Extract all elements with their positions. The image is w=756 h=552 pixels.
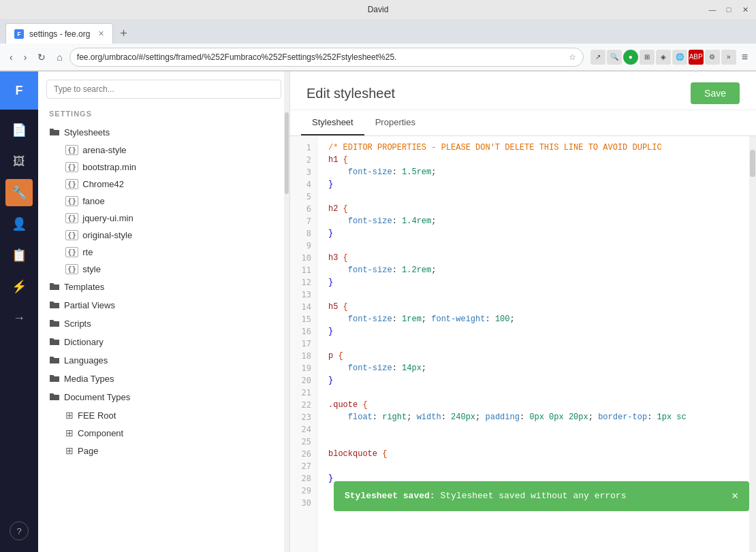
ext-btn-abp[interactable]: ABP [689,50,704,65]
code-selector-quote: .quote [328,399,358,411]
reload-button[interactable]: ↻ [33,49,50,65]
grid-icon-fee-root: ⊞ [65,410,74,421]
browser-menu-button[interactable]: ≡ [739,50,751,65]
arena-style-label: arena-style [82,145,126,155]
ext-btn-1[interactable]: ↗ [590,50,605,65]
icon-nav: 📄 🖼 🔧 👤 📋 ⚡ → [5,110,33,515]
component-label: Component [78,428,123,438]
editor-scrollthumb [750,150,755,177]
tab-close-button[interactable]: ✕ [98,29,104,38]
code-line-4: } [328,178,738,191]
line-num-10: 10 [290,252,317,264]
tree-item-media-types[interactable]: Media Types [38,370,289,388]
style-label: style [82,264,101,274]
tree-item-arena-style[interactable]: {} arena-style [54,142,289,159]
ext-btn-5[interactable]: ◈ [656,50,671,65]
code-line-21 [328,387,738,399]
line-num-30: 30 [290,497,317,509]
tree-item-stylesheets[interactable]: Stylesheets [38,123,289,142]
code-line-15: font-size: 1rem; font-weight: 100; [328,313,738,325]
page-label: Page [78,446,98,456]
tree-scrollbar[interactable] [284,71,289,552]
tab-label: settings - fee.org [29,29,90,39]
tree-item-partial-views[interactable]: Partial Views [38,296,289,314]
close-button[interactable]: ✕ [740,4,751,15]
tree-content: Stylesheets {} arena-style {} bootstrap.… [38,123,289,552]
back-button[interactable]: ‹ [5,49,17,65]
tree-item-style[interactable]: {} style [54,261,289,278]
new-tab-button[interactable]: + [114,25,132,42]
tree-item-document-types[interactable]: Document Types [38,388,289,406]
app-container: F 📄 🖼 🔧 👤 📋 ⚡ → ? SETTINGS Stylesheets [0,71,756,552]
templates-label: Templates [64,282,104,292]
ext-btn-7[interactable]: ⚙ [705,50,720,65]
sidebar-item-forms[interactable]: 📋 [5,242,33,269]
line-num-24: 24 [290,423,317,436]
toast-close-button[interactable]: ✕ [731,488,738,504]
browser-tab[interactable]: F settings - fee.org ✕ [5,23,113,44]
tree-item-page[interactable]: ⊞ Page [54,442,289,459]
line-num-26: 26 [290,448,317,460]
ext-btn-3[interactable]: ● [623,50,638,65]
code-line-7: font-size: 1.4rem; [328,215,738,227]
sidebar-item-analytics[interactable]: ⚡ [5,273,33,300]
tree-item-templates[interactable]: Templates [38,278,289,296]
tree-item-scripts[interactable]: Scripts [38,314,289,333]
tree-scrollthumb [285,112,289,194]
tree-item-rte[interactable]: {} rte [54,244,289,261]
toast-bold: Stylesheet saved: [345,491,435,501]
save-button[interactable]: Save [691,82,740,104]
code-content[interactable]: /* EDITOR PROPERTIES - PLEASE DON'T DELE… [317,136,749,552]
sidebar-item-redirect[interactable]: → [5,304,33,331]
tree-item-jquery-ui[interactable]: {} jquery-ui.min [54,210,289,227]
ext-btn-4[interactable]: ⊞ [640,50,655,65]
editor-scrollbar[interactable] [749,136,756,552]
code-selector-h1: h1 [328,154,338,166]
languages-label: Languages [64,355,108,366]
line-num-21: 21 [290,387,317,399]
line-num-14: 14 [290,301,317,313]
tree-item-bootstrap[interactable]: {} bootstrap.min [54,159,289,176]
code-icon-chrome42: {} [65,179,78,189]
code-line-11: font-size: 1.2rem; [328,264,738,276]
code-line-18: p { [328,350,738,362]
sidebar-item-media[interactable]: 🖼 [5,148,33,175]
tabs-bar: Stylesheet Properties [290,110,756,136]
tree-item-original-style[interactable]: {} original-style [54,227,289,244]
line-num-15: 15 [290,313,317,325]
tree-item-languages[interactable]: Languages [38,351,289,370]
minimize-button[interactable]: — [707,4,718,15]
sidebar-item-help[interactable]: ? [10,521,29,540]
ext-btn-6[interactable]: 🌐 [672,50,687,65]
bookmark-icon[interactable]: ☆ [569,52,576,62]
maximize-button[interactable]: □ [723,4,734,15]
line-num-16: 16 [290,325,317,338]
sidebar-item-settings[interactable]: 🔧 [5,179,33,206]
tree-item-fee-root[interactable]: ⊞ FEE Root [54,406,289,424]
tree-item-component[interactable]: ⊞ Component [54,424,289,442]
ext-btn-more[interactable]: » [721,50,736,65]
rte-label: rte [82,247,93,257]
content-header: Edit stylesheet Save [290,71,756,110]
home-button[interactable]: ⌂ [52,49,66,65]
tree-item-dictionary[interactable]: Dictionary [38,333,289,351]
address-text[interactable]: fee.org/umbraco/#/settings/framed/%252Fu… [77,52,566,62]
tree-item-fanoe[interactable]: {} fanoe [54,193,289,210]
app-logo: F [0,71,38,110]
code-line-19: font-size: 14px; [328,362,738,374]
nav-bar: ‹ › ↻ ⌂ fee.org/umbraco/#/settings/frame… [0,44,756,71]
code-selector-h5: h5 [328,301,338,313]
tab-stylesheet[interactable]: Stylesheet [301,110,364,135]
line-num-19: 19 [290,362,317,374]
tree-item-chrome42[interactable]: {} Chrome42 [54,176,289,193]
ext-btn-2[interactable]: 🔍 [607,50,622,65]
sidebar-item-content[interactable]: 📄 [5,116,33,144]
doc-types-children: ⊞ FEE Root ⊞ Component ⊞ Page [38,406,289,459]
code-line-26: blockquote { [328,448,738,460]
folder-icon-languages [49,355,60,366]
chrome42-label: Chrome42 [82,179,124,189]
search-input[interactable] [46,80,281,99]
sidebar-item-users[interactable]: 👤 [5,210,33,238]
forward-button[interactable]: › [20,49,31,65]
tab-properties[interactable]: Properties [364,110,426,135]
